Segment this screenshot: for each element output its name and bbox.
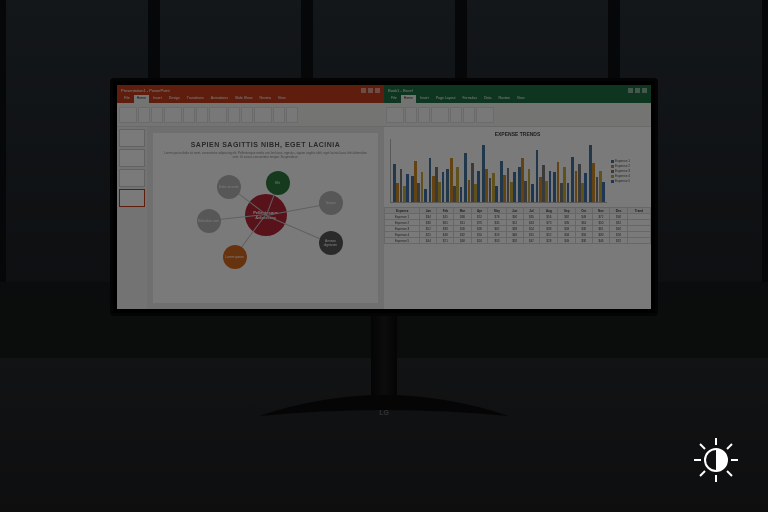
mindmap-node: Tempor [319,191,343,215]
slide-canvas[interactable]: SAPIEN SAGITTIS NIBH, EGET LACINIA Lorem… [153,133,378,303]
ribbon-tab[interactable]: Transitions [184,95,207,103]
svg-line-6 [727,471,732,476]
spreadsheet-grid[interactable]: ExpenseJanFebMarAprMayJunJulAugSepOctNov… [384,207,651,309]
mindmap-node: Bibendum sem [197,209,221,233]
ribbon-tab[interactable]: Home [134,95,149,103]
ribbon-button[interactable] [405,107,417,123]
ribbon-button[interactable] [386,107,404,123]
chart-plot [390,139,607,203]
xls-title: Book1 - Excel [388,88,413,93]
mindmap-node: Lorem ipsum [223,245,247,269]
mindmap-node: Dolor sit amet [217,175,241,199]
monitor-stand-neck [371,316,397,396]
ribbon-button[interactable] [164,107,182,123]
ribbon-button[interactable] [228,107,240,123]
ribbon-tab[interactable]: Insert [150,95,165,103]
ribbon-tab[interactable]: Review [495,95,512,103]
slide-body: Lorem ipsum dolor sit amet, consectetur … [163,151,368,159]
ribbon-tab[interactable]: Slide Show [232,95,256,103]
data-table[interactable]: ExpenseJanFebMarAprMayJunJulAugSepOctNov… [384,207,651,244]
ribbon-button[interactable] [209,107,227,123]
ribbon-button[interactable] [418,107,430,123]
svg-line-5 [700,444,705,449]
ribbon-button[interactable] [196,107,208,123]
ribbon-tab[interactable]: Insert [417,95,432,103]
ppt-body: SAPIEN SAGITTIS NIBH, EGET LACINIA Lorem… [117,127,384,309]
svg-line-7 [727,444,732,449]
legend-item: Expense 3 [611,169,645,173]
ribbon-button[interactable] [241,107,253,123]
chart-legend: Expense 1Expense 2Expense 3Expense 4Expe… [611,139,645,203]
ribbon-button[interactable] [286,107,298,123]
excel-app: Book1 - Excel FileHomeInsertPage LayoutF… [384,85,651,309]
ppt-ribbon-tabs[interactable]: FileHomeInsertDesignTransitionsAnimation… [117,95,384,103]
xls-titlebar: Book1 - Excel [384,85,651,95]
ribbon-tab[interactable]: View [514,95,528,103]
ribbon-tab[interactable]: Animations [208,95,231,103]
thumbnail[interactable] [119,149,145,167]
thumbnail[interactable] [119,129,145,147]
ribbon-button[interactable] [450,107,462,123]
ribbon-button[interactable] [138,107,150,123]
ribbon-tab[interactable]: File [121,95,133,103]
ribbon-button[interactable] [119,107,137,123]
table-row[interactable]: Expense 5$44$21$48$24$50$26$47$28$49$30$… [385,238,651,244]
mindmap-node: Elit [266,171,290,195]
xls-window-controls[interactable] [628,88,647,93]
ribbon-tab[interactable]: File [388,95,400,103]
powerpoint-app: Presentation1 - PowerPoint FileHomeInser… [117,85,384,309]
monitor: Presentation1 - PowerPoint FileHomeInser… [110,78,658,418]
ribbon-tab[interactable]: Page Layout [433,95,459,103]
ribbon-tab[interactable]: Data [481,95,494,103]
ribbon-button[interactable] [183,107,195,123]
svg-line-8 [700,471,705,476]
legend-item: Expense 2 [611,164,645,168]
ribbon-tab[interactable]: Design [166,95,183,103]
thumbnail-selected[interactable] [119,189,145,207]
mindmap-node: Aenean dignissim [319,231,343,255]
ribbon-button[interactable] [254,107,272,123]
monitor-screen: Presentation1 - PowerPoint FileHomeInser… [117,85,651,309]
legend-item: Expense 1 [611,159,645,163]
ribbon-tab[interactable]: Formulas [459,95,480,103]
thumbnail[interactable] [119,169,145,187]
slide-thumbnails[interactable] [117,127,147,309]
legend-item: Expense 4 [611,174,645,178]
monitor-bezel: Presentation1 - PowerPoint FileHomeInser… [110,78,658,316]
ribbon-button[interactable] [476,107,494,123]
ribbon-button[interactable] [273,107,285,123]
ribbon-tab[interactable]: Home [401,95,416,103]
slide-title: SAPIEN SAGITTIS NIBH, EGET LACINIA [191,141,341,148]
ppt-window-controls[interactable] [361,88,380,93]
chart-title: EXPENSE TRENDS [390,131,645,137]
ppt-titlebar: Presentation1 - PowerPoint [117,85,384,95]
brightness-icon[interactable] [690,434,742,486]
ribbon-button[interactable] [151,107,163,123]
ppt-ribbon[interactable] [117,103,384,127]
mindmap: Pellentesque Adipiscing ElitTemporAenean… [191,165,341,265]
ribbon-button[interactable] [431,107,449,123]
chart-area[interactable]: EXPENSE TRENDS Expense 1Expense 2Expense… [384,127,651,207]
ribbon-button[interactable] [463,107,475,123]
legend-item: Expense 5 [611,179,645,183]
ribbon-tab[interactable]: View [275,95,289,103]
xls-body: EXPENSE TRENDS Expense 1Expense 2Expense… [384,127,651,309]
xls-ribbon-tabs[interactable]: FileHomeInsertPage LayoutFormulasDataRev… [384,95,651,103]
ribbon-tab[interactable]: Review [257,95,274,103]
xls-ribbon[interactable] [384,103,651,127]
monitor-brand-logo: LG [379,409,389,416]
ppt-title: Presentation1 - PowerPoint [121,88,170,93]
